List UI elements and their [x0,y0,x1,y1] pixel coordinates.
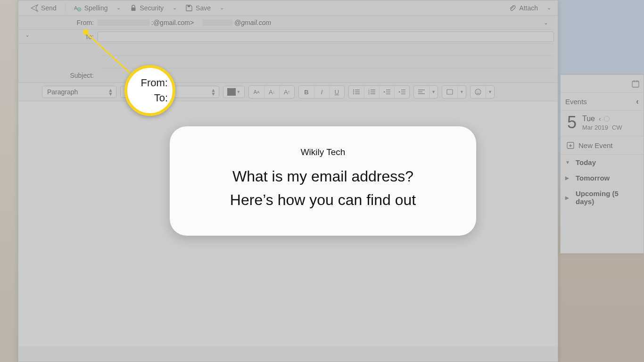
spelling-dropdown[interactable]: ⌄ [115,3,123,13]
magnifier-circle: From: To: [124,65,175,116]
send-button[interactable]: Send [26,2,61,14]
align-button[interactable] [414,86,429,98]
text-style-group: B I U [298,85,345,99]
align-group: ▼ [413,85,438,99]
svg-rect-22 [418,90,425,90]
new-event-label: New Event [578,141,613,149]
text-color-button[interactable]: ▼ [223,86,245,98]
calendar-topbar [561,75,644,93]
magnifier-line-2: To: [154,92,168,104]
numbered-list-button[interactable]: 123 [364,86,379,98]
svg-point-28 [479,91,479,92]
callout-anchor-dot [83,29,89,35]
expand-recipients-icon[interactable]: ⌄ [25,32,30,38]
bold-button[interactable]: B [299,86,314,98]
svg-rect-2 [131,8,135,11]
calendar-week-label: CW [612,124,622,131]
redacted-name [98,19,149,26]
disclosure-closed-icon: ▶ [565,175,571,181]
events-title: Events [565,98,587,106]
prev-day-button[interactable]: ‹ [599,115,601,123]
subject-row: Subject: [18,68,554,82]
insert-group: ▼ [442,85,466,99]
subject-label: Subject: [18,72,98,79]
lock-icon [130,4,137,12]
attach-button[interactable]: Attach [504,2,543,14]
spelling-icon: A [74,4,82,12]
svg-rect-9 [355,93,360,94]
svg-rect-17 [386,91,390,92]
section-today[interactable]: ▼ Today [561,155,644,170]
bullet-list-button[interactable] [349,86,364,98]
save-dropdown[interactable]: ⌄ [217,3,226,13]
title-card: Wikily Tech What is my email address? He… [170,126,476,236]
collapse-events-icon[interactable]: ‹ [636,97,639,107]
align-dropdown[interactable]: ▼ [429,86,438,98]
emoji-button[interactable] [471,86,486,98]
paragraph-style-label: Paragraph [47,88,78,96]
svg-rect-21 [401,94,405,94]
insert-dropdown[interactable]: ▼ [457,86,466,98]
svg-text:A: A [74,5,78,11]
svg-rect-25 [447,90,453,94]
today-button[interactable] [604,116,610,122]
spelling-button[interactable]: A Spelling [69,2,113,14]
from-dropdown-icon[interactable]: ⌄ [544,19,548,26]
emoji-dropdown[interactable]: ▼ [486,86,494,98]
svg-point-6 [353,91,354,92]
font-size-increase-button[interactable]: A↑ [279,86,294,98]
svg-rect-3 [188,5,190,7]
svg-rect-23 [418,91,422,92]
paragraph-style-select[interactable]: Paragraph ▲▼ [42,86,116,98]
svg-text:3: 3 [368,92,370,95]
section-tomorrow[interactable]: ▶ Tomorrow [561,170,644,186]
svg-rect-30 [632,81,639,82]
day-name: Tue [582,115,595,123]
insert-button[interactable] [442,86,457,98]
to-input[interactable] [98,32,554,42]
toolbar-separator [65,3,66,13]
magnifier-line-1: From: [141,77,168,89]
svg-rect-7 [355,91,360,92]
new-event-button[interactable]: New Event [561,136,644,155]
headline-line-2: Here’s how you can find out [230,191,416,208]
cc-bcc-area [101,44,554,68]
disclosure-open-icon: ▼ [565,160,571,165]
spelling-label: Spelling [84,4,108,12]
section-tomorrow-label: Tomorrow [576,174,610,182]
font-size-decrease-button[interactable]: A↓ [264,86,279,98]
indent-button[interactable] [394,86,409,98]
svg-point-27 [477,91,478,92]
underline-button[interactable]: U [329,86,344,98]
from-suffix-1: :@gmail.com> [151,19,194,26]
headline-text: What is my email address? Here’s how you… [230,165,416,212]
font-size-reset-button[interactable]: AA [249,86,264,98]
security-button[interactable]: Security [125,2,169,14]
svg-point-8 [353,93,354,94]
svg-rect-19 [401,90,405,90]
redacted-user [202,19,232,26]
calendar-events-header: Events ‹ [561,93,644,111]
section-upcoming[interactable]: ▶ Upcoming (5 days) [561,186,644,209]
calendar-grid-icon[interactable] [631,80,640,88]
outdent-button[interactable] [379,86,394,98]
headline-line-1: What is my email address? [232,168,413,185]
send-label: Send [41,4,57,12]
emoji-group: ▼ [470,85,495,99]
from-value[interactable]: :@gmail.com> @gmail.com ⌄ [98,19,554,26]
new-event-icon [566,141,575,149]
compose-toolbar: Send A Spelling ⌄ Security ⌄ Save ⌄ [18,0,558,16]
svg-rect-11 [371,90,375,90]
calendar-sidebar: Events ‹ 5 Tue ‹ Mar 2019 CW New Event ▼… [560,74,644,254]
security-dropdown[interactable]: ⌄ [170,3,179,13]
font-size-group: AA A↓ A↑ [248,85,295,99]
italic-button[interactable]: I [314,86,329,98]
svg-rect-20 [401,91,405,92]
attach-dropdown[interactable]: ⌄ [545,3,553,13]
send-icon [31,4,38,12]
updown-icon: ▲▼ [108,88,113,96]
svg-rect-5 [355,90,360,90]
save-button[interactable]: Save [181,2,215,14]
desktop-left-strip [0,0,18,362]
svg-rect-13 [371,91,375,92]
